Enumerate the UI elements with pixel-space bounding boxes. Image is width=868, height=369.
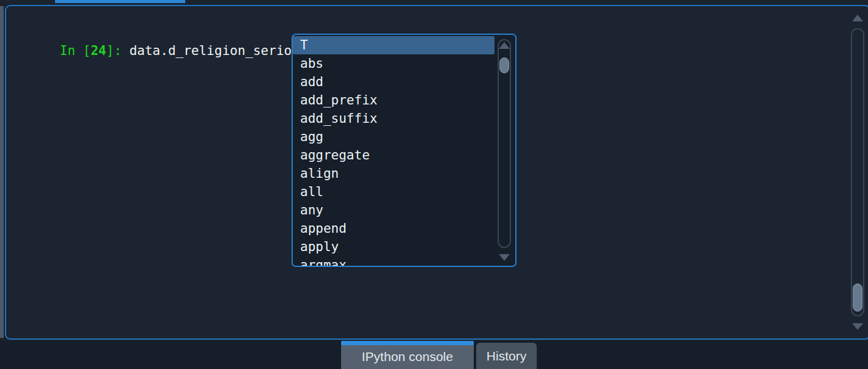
tab-history[interactable]: History (476, 343, 537, 369)
completion-item[interactable]: any (293, 201, 495, 219)
prompt-prefix: In [ (60, 43, 91, 58)
completion-popup: Tabsaddadd_prefixadd_suffixaggaggregatea… (292, 34, 517, 267)
completion-scrollbar[interactable] (495, 37, 513, 264)
prompt-suffix: ]: (106, 43, 130, 58)
completion-item[interactable]: add_suffix (293, 109, 495, 128)
completion-item[interactable]: append (293, 219, 495, 238)
ipython-console-pane: In [24]: data.d_religion_seriosity. Tabs… (5, 5, 868, 340)
tab-ipython-console[interactable]: IPython console (341, 341, 474, 369)
completion-item[interactable]: add (293, 73, 495, 91)
scrollbar-thumb[interactable] (499, 57, 509, 73)
left-splitter[interactable] (0, 6, 4, 338)
completion-item[interactable]: T (293, 36, 495, 54)
prompt-number: 24 (90, 43, 106, 58)
scroll-up-icon[interactable] (499, 42, 510, 49)
completion-list: Tabsaddadd_prefixadd_suffixaggaggregatea… (293, 35, 515, 267)
completion-item[interactable]: align (293, 164, 495, 183)
completion-item[interactable]: agg (293, 128, 495, 146)
tab-bar: IPython console History (0, 341, 868, 369)
completion-item[interactable]: all (293, 183, 495, 201)
scrollbar-track (851, 28, 864, 316)
completion-item[interactable]: argmax (293, 256, 495, 267)
scroll-down-icon[interactable] (499, 254, 510, 261)
scroll-down-icon[interactable] (852, 323, 863, 330)
top-tab-indicator (55, 0, 185, 3)
console-input-line[interactable]: In [24]: data.d_religion_seriosity. (13, 27, 330, 75)
completion-item[interactable]: aggregate (293, 146, 495, 164)
screen: In [24]: data.d_religion_seriosity. Tabs… (0, 0, 868, 369)
tab-label: IPython console (362, 349, 453, 364)
scrollbar-thumb[interactable] (853, 283, 862, 312)
completion-item[interactable]: abs (293, 54, 495, 73)
scroll-up-icon[interactable] (852, 15, 863, 21)
completion-item[interactable]: add_prefix (293, 91, 495, 109)
completion-item[interactable]: apply (293, 238, 495, 256)
tab-label: History (487, 349, 526, 364)
active-tab-indicator (341, 341, 474, 345)
console-scrollbar[interactable] (848, 9, 867, 336)
